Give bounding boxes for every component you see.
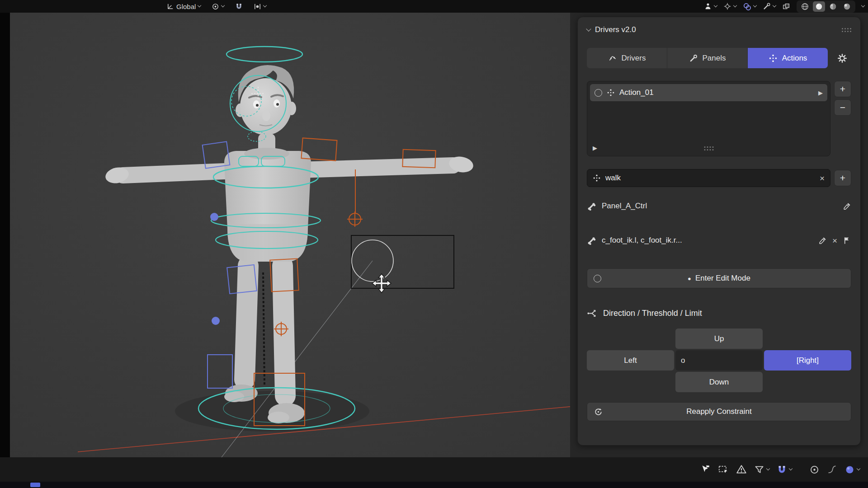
shading-rendered-button[interactable] (841, 1, 853, 12)
clear-name-icon[interactable]: × (820, 174, 825, 183)
panel-title: Drivers v2.0 (595, 25, 636, 34)
chevron-down-icon (773, 4, 776, 7)
filter-dropdown[interactable] (754, 465, 769, 475)
panel-header[interactable]: Drivers v2.0 (587, 22, 851, 38)
direction-down-button[interactable]: Down (675, 372, 763, 392)
target-row-actions: × (818, 236, 851, 245)
clear-target-icon[interactable]: × (832, 236, 837, 245)
action-list[interactable]: Action_01 ▶ ▶ (587, 81, 830, 156)
warning-icon[interactable] (736, 464, 747, 475)
eyedropper-icon[interactable] (843, 202, 851, 211)
panel-settings-button[interactable] (833, 48, 851, 68)
viewport-scene (10, 13, 570, 457)
wireframe-globe-icon (801, 2, 809, 11)
tab-actions[interactable]: Actions (748, 48, 828, 68)
falloff-curve-icon[interactable] (827, 465, 837, 475)
header-right-tools (704, 0, 864, 13)
solid-sphere-icon (815, 2, 823, 11)
shading-solid-button[interactable] (813, 1, 825, 12)
proportional-editing-icon (254, 3, 261, 10)
enter-edit-mode-label: Enter Edit Mode (695, 274, 750, 283)
snap-target-dropdown[interactable] (212, 3, 224, 10)
pose-options-icon (704, 2, 712, 10)
collapse-chevron-icon[interactable] (586, 26, 591, 31)
target-row-actions (843, 202, 851, 211)
preview-sphere-dropdown[interactable] (844, 465, 860, 475)
direction-section-label: Direction / Threshold / Limit (603, 309, 702, 318)
chevron-down-icon (766, 467, 770, 470)
play-icon[interactable]: ▶ (818, 89, 823, 96)
tab-label: Actions (782, 54, 807, 63)
tab-label: Panels (703, 54, 726, 63)
panel-tabs: Drivers Panels (587, 48, 851, 68)
eyedropper-icon[interactable] (818, 236, 827, 245)
shading-wireframe-button[interactable] (799, 1, 811, 12)
chevron-down-icon[interactable] (861, 4, 865, 7)
direction-right-button[interactable]: [Right] (764, 350, 851, 371)
panel-drag-grip[interactable] (842, 28, 851, 32)
snap-toggle-button[interactable] (235, 3, 243, 10)
material-sphere-icon (829, 2, 837, 11)
overlays-icon (743, 2, 751, 11)
action-list-section: Action_01 ▶ ▶ + − (587, 81, 851, 156)
bottom-strip (0, 482, 868, 488)
target-row-panel-ctrl: Panel_A_Ctrl (587, 198, 851, 214)
reapply-constraint-button[interactable]: Reapply Constraint (587, 402, 851, 421)
bone-icon (587, 236, 596, 245)
cursor-flag-icon[interactable] (700, 464, 711, 475)
action-name-field[interactable]: walk × (587, 169, 830, 187)
gizmo-dropdown[interactable] (723, 2, 736, 10)
direction-icon (587, 308, 597, 319)
blue-sphere-control-upper[interactable] (210, 213, 218, 221)
overlays-dropdown[interactable] (743, 2, 756, 11)
viewport-header: Global (0, 0, 868, 13)
character-model[interactable] (104, 65, 475, 423)
proportional-editing-icon[interactable] (809, 465, 820, 475)
snap-magnet-active-icon (777, 465, 787, 475)
shading-material-button[interactable] (827, 1, 839, 12)
xray-toggle-button[interactable] (782, 2, 790, 10)
expand-play-icon[interactable]: ▶ (593, 145, 597, 151)
action-list-footer: ▶ (593, 144, 825, 153)
xray-icon (782, 2, 790, 10)
proportional-editing-dropdown[interactable] (254, 3, 266, 10)
gear-icon (837, 53, 847, 63)
record-dot-icon: ● (688, 275, 691, 282)
tab-panels[interactable]: Panels (667, 48, 748, 68)
new-action-name-button[interactable]: + (834, 170, 851, 186)
enter-edit-mode-button[interactable]: ● Enter Edit Mode (587, 268, 851, 288)
flag-icon[interactable] (843, 236, 851, 245)
action-list-side-buttons: + − (834, 81, 851, 156)
3d-viewport[interactable] (10, 13, 570, 457)
tab-drivers[interactable]: Drivers (587, 48, 667, 68)
direction-left-button[interactable]: Left (587, 350, 674, 371)
box-select-icon[interactable] (718, 464, 729, 475)
action-name-side-buttons: + (834, 170, 851, 186)
remove-action-button[interactable]: − (834, 99, 851, 116)
snap-target-icon (212, 3, 219, 10)
mode-options-dropdown[interactable] (704, 2, 717, 10)
chevron-down-icon (198, 4, 201, 7)
radio-circle-icon[interactable] (594, 89, 602, 97)
action-icon (593, 174, 601, 182)
action-list-item[interactable]: Action_01 ▶ (590, 84, 827, 101)
direction-center-value: o (681, 356, 685, 365)
snap-dropdown[interactable] (777, 465, 792, 475)
transform-orientation-dropdown[interactable]: Global (166, 3, 201, 10)
add-action-button[interactable]: + (834, 81, 851, 97)
drivers-tab-icon (608, 54, 617, 63)
list-resize-grip[interactable] (704, 146, 713, 150)
tab-label: Drivers (622, 54, 646, 63)
target-row-feet: c_foot_ik.l, c_foot_ik.r... × (587, 232, 851, 249)
direction-up-button[interactable]: Up (675, 328, 763, 349)
progress-marker[interactable] (30, 483, 40, 487)
preview-sphere-icon (844, 465, 855, 475)
tool-settings-dropdown[interactable] (763, 2, 776, 10)
transform-orientation-icon (166, 3, 174, 10)
chevron-down-icon (857, 467, 860, 470)
direction-center-field[interactable]: o (675, 350, 763, 371)
plus-icon: + (840, 173, 845, 183)
action-name-section: walk × + (587, 169, 851, 187)
bone-icon (587, 202, 596, 211)
blue-sphere-control-lower[interactable] (212, 317, 220, 325)
